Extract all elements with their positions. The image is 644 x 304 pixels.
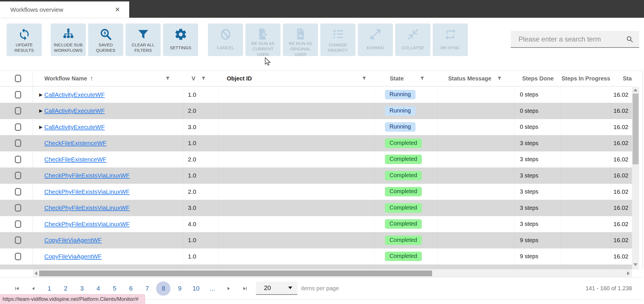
filter-icon[interactable] [420, 76, 425, 81]
row-checkbox[interactable] [15, 220, 21, 228]
column-header-version[interactable]: V [183, 71, 219, 86]
column-header-workflow-name[interactable]: Workflow Name↑ [33, 71, 183, 86]
workflow-name-link[interactable]: CheckPhyFileExistsViaLinuxWF [44, 188, 130, 195]
workflow-name-link[interactable]: CheckPhyFileExistsViaLinuxWF [44, 172, 130, 179]
horizontal-scrollbar[interactable] [33, 270, 632, 277]
column-header-object-id[interactable]: Object ID [219, 71, 375, 86]
next-page-icon[interactable] [220, 281, 237, 296]
filter-icon[interactable] [362, 76, 367, 81]
column-header-steps-in-progress[interactable]: Steps In Progress [561, 71, 611, 86]
workflow-name-link[interactable]: CallActivityExecuteWF [44, 124, 105, 131]
version-cell: 2.0 [183, 151, 219, 167]
column-header-started[interactable]: Started [611, 71, 632, 86]
page-button-9[interactable]: 9 [172, 281, 188, 296]
last-page-icon[interactable] [237, 281, 253, 296]
state-badge: Completed [385, 187, 422, 196]
workflow-name-link[interactable]: CheckFileExistenceWF [44, 156, 106, 163]
row-checkbox[interactable] [15, 253, 21, 260]
tab-workflows-overview[interactable]: Workflows overview ✕ [0, 1, 129, 18]
first-page-icon[interactable] [9, 281, 25, 296]
workflow-name-link[interactable]: CallActivityExecuteWF [44, 107, 105, 114]
row-checkbox[interactable] [15, 172, 21, 179]
row-checkbox[interactable] [15, 123, 21, 131]
column-header-steps-done[interactable]: Steps Done [515, 71, 561, 86]
saved-queries-button[interactable]: SAVED QUERIES [88, 23, 123, 56]
workflow-name-cell: ▶CallActivityExecuteWF [33, 119, 183, 135]
row-checkbox[interactable] [15, 91, 21, 98]
page-button-10[interactable]: 10 [188, 281, 204, 296]
select-cell [0, 103, 33, 119]
items-per-page-label: items per page [301, 277, 339, 299]
update-results-button[interactable]: UPDATE RESULTS [7, 23, 42, 56]
status-message-cell [438, 232, 515, 248]
workflow-name-link[interactable]: CheckFileExistenceWF [44, 140, 106, 147]
repeat-icon [444, 27, 457, 41]
workflow-name-link[interactable]: CheckPhyFileExistsViaLinuxWF [44, 204, 130, 211]
toolbar-button-label: SETTINGS [169, 41, 192, 56]
gear-icon [174, 27, 187, 41]
status-message-cell [438, 135, 515, 151]
status-message-cell [438, 184, 515, 200]
expand-icon[interactable]: ▶ [39, 92, 43, 97]
column-label: Status Message [448, 75, 491, 82]
page-button-3[interactable]: 3 [74, 281, 90, 296]
vertical-scrollbar[interactable] [632, 87, 639, 269]
row-checkbox[interactable] [15, 107, 21, 115]
steps-done-cell: 3 steps [515, 216, 561, 232]
state-cell: Completed [375, 200, 438, 216]
page-button-1[interactable]: 1 [41, 281, 57, 296]
scroll-left-icon[interactable] [35, 271, 37, 275]
page-button-6[interactable]: 6 [123, 281, 139, 296]
items-per-page-select[interactable]: 20 [256, 282, 297, 295]
search-input[interactable] [511, 31, 639, 47]
scroll-down-icon[interactable] [633, 263, 637, 266]
row-checkbox[interactable] [15, 236, 21, 244]
scroll-up-icon[interactable] [633, 89, 637, 91]
started-cell: 16.02 [611, 151, 632, 167]
select-all-checkbox[interactable] [15, 75, 21, 82]
column-header-state[interactable]: State [375, 71, 438, 86]
clear-all-filters-button[interactable]: CLEAR ALL FILTERS [126, 23, 161, 56]
workflow-name-link[interactable]: CallActivityExecuteWF [44, 91, 105, 98]
expand-icon[interactable]: ▶ [39, 125, 43, 130]
horizontal-scrollbar-thumb[interactable] [39, 271, 432, 276]
vertical-scrollbar-thumb[interactable] [633, 94, 639, 164]
page-button-dotsdotsdots[interactable]: ... [204, 281, 220, 296]
page-button-2[interactable]: 2 [57, 281, 74, 296]
state-badge: Completed [385, 155, 422, 164]
include-sub-workflows-button[interactable]: INCLUDE SUB WORKFLOWS [51, 23, 86, 56]
state-cell: Completed [375, 168, 438, 184]
settings-button[interactable]: SETTINGS [163, 23, 198, 56]
version-cell: 1.0 [183, 87, 219, 103]
toolbar-button-label: UPDATE RESULTS [7, 41, 42, 56]
page-button-7[interactable]: 7 [139, 281, 155, 296]
column-header-status-message[interactable]: Status Message [438, 71, 515, 86]
expand-icon[interactable]: ▶ [39, 108, 43, 113]
workflow-name-link[interactable]: CopyFileViaAgentWF [44, 253, 102, 260]
workflow-name-link[interactable]: CheckPhyFileExistsViaLinuxWF [44, 221, 130, 228]
filter-icon[interactable] [201, 76, 206, 81]
row-checkbox[interactable] [15, 188, 21, 196]
started-cell: 16.02 [611, 216, 632, 232]
scroll-right-icon[interactable] [627, 271, 630, 275]
row-checkbox[interactable] [15, 204, 21, 212]
workflow-name-link[interactable]: CopyFileViaAgentWF [44, 237, 102, 244]
status-message-cell [438, 200, 515, 216]
previous-page-icon[interactable] [25, 281, 41, 296]
search-icon[interactable] [626, 35, 633, 43]
steps-in-progress-cell [561, 103, 611, 119]
page-button-4[interactable]: 4 [90, 281, 106, 296]
row-checkbox[interactable] [15, 139, 21, 147]
row-checkbox[interactable] [15, 156, 21, 163]
state-cell: Running [375, 87, 438, 103]
close-icon[interactable]: ✕ [115, 1, 120, 18]
toolbar-button-label: EXPAND [365, 41, 385, 56]
filter-icon[interactable] [165, 76, 170, 81]
sync-icon [18, 27, 31, 41]
tab-title: Workflows overview [10, 1, 63, 18]
page-button-5[interactable]: 5 [106, 281, 123, 296]
filter-icon[interactable] [497, 76, 502, 81]
state-cell: Running [375, 103, 438, 119]
started-cell: 16.02 [611, 135, 632, 151]
page-button-8[interactable]: 8 [155, 281, 172, 296]
